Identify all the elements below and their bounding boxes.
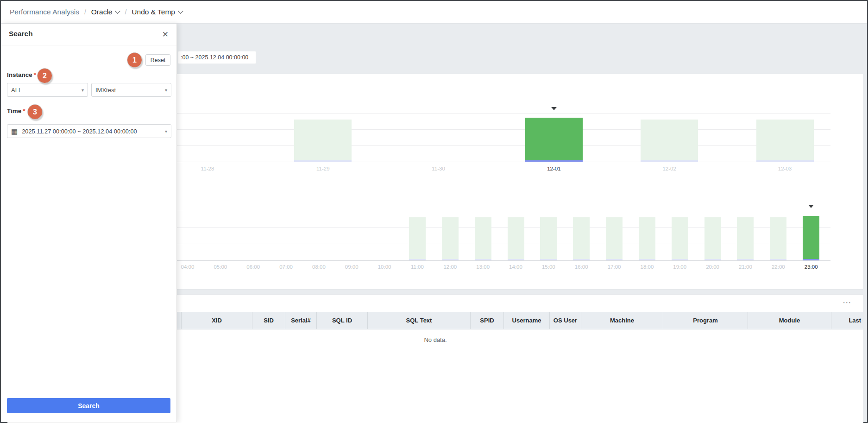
- table-header-cell-machine[interactable]: Machine: [581, 312, 663, 329]
- x-tick-label-09:00: 09:00: [335, 264, 368, 270]
- x-tick-label-23:00: 23:00: [795, 264, 827, 270]
- bar-sub-segment: [641, 160, 698, 162]
- x-axis-line: [161, 162, 830, 162]
- bar-sub-segment: [704, 259, 721, 260]
- table-header-cell-program[interactable]: Program: [663, 312, 748, 329]
- bar-14:00[interactable]: [508, 217, 524, 260]
- bar-21:00[interactable]: [737, 217, 754, 260]
- time-field-label: Time*: [7, 107, 25, 114]
- bar-15:00[interactable]: [540, 217, 557, 260]
- bar-sub-segment: [737, 259, 754, 260]
- selection-marker-icon: [808, 205, 814, 208]
- gridline: [161, 145, 830, 146]
- selection-marker-icon: [551, 107, 557, 110]
- bar-sub-segment: [639, 259, 655, 260]
- gridline: [161, 113, 830, 114]
- bar-sub-segment: [409, 259, 426, 260]
- table-header-cell-username[interactable]: Username: [504, 312, 550, 329]
- table-header-cell-os-user[interactable]: OS User: [550, 312, 581, 329]
- annotation-badge-2: 2: [37, 68, 52, 83]
- gridline: [161, 244, 830, 244]
- gridline: [161, 211, 830, 211]
- chart-card: 11-2811-2911-3012-0112-0212-03 04:0005:0…: [154, 74, 863, 290]
- time-range-picker[interactable]: ▦ 2025.11.27 00:00:00 ~ 2025.12.04 00:00…: [7, 124, 171, 138]
- bar-12:00[interactable]: [442, 217, 459, 260]
- bar-19:00[interactable]: [672, 217, 688, 260]
- table-header-cell-sid[interactable]: SID: [252, 312, 285, 329]
- bar-sub-segment: [442, 259, 459, 260]
- annotation-badge-1: 1: [127, 52, 142, 68]
- caret-down-icon: ▾: [165, 129, 167, 134]
- required-asterisk: *: [23, 107, 25, 114]
- time-range-field-partial[interactable]: :00 ~ 2025.12.04 00:00:00: [178, 51, 256, 64]
- bar-sub-segment: [475, 259, 491, 260]
- table-header-cell-sql-id[interactable]: SQL ID: [317, 312, 368, 329]
- bar-22:00[interactable]: [770, 217, 786, 260]
- table-header-cell-serial-[interactable]: Serial#: [285, 312, 317, 329]
- instance-select[interactable]: IMXtest ▾: [91, 83, 171, 97]
- table-header-cell-sql-text[interactable]: SQL Text: [368, 312, 471, 329]
- reset-button[interactable]: Reset: [145, 54, 170, 66]
- bar-12-03[interactable]: [756, 120, 814, 162]
- x-axis-line: [161, 260, 830, 261]
- table-header-cell-module[interactable]: Module: [748, 312, 831, 329]
- x-tick-label-07:00: 07:00: [270, 264, 302, 270]
- instance-label-text: Instance: [7, 71, 32, 78]
- selected-bar-12-01[interactable]: [525, 118, 583, 162]
- x-tick-label-11-29: 11-29: [307, 166, 339, 171]
- x-tick-label-12-03: 12-03: [769, 166, 801, 171]
- x-tick-label-14:00: 14:00: [500, 264, 532, 270]
- x-tick-label-11-30: 11-30: [422, 166, 455, 171]
- gridline: [161, 129, 830, 130]
- caret-down-icon: ▾: [165, 88, 167, 93]
- bar-sub-segment: [672, 259, 688, 260]
- x-tick-label-08:00: 08:00: [302, 264, 335, 270]
- instance-group-select[interactable]: ALL ▾: [7, 83, 88, 97]
- instance-group-value: ALL: [11, 87, 22, 94]
- search-button[interactable]: Search: [7, 398, 170, 413]
- breadcrumb-performance-analysis[interactable]: Performance Analysis: [10, 8, 79, 16]
- bar-sub-segment: [508, 259, 524, 260]
- breadcrumb-oracle-dropdown[interactable]: Oracle: [91, 8, 120, 16]
- close-icon[interactable]: ✕: [160, 29, 171, 40]
- breadcrumb-label: Undo & Temp: [132, 8, 175, 16]
- app-window: :00 ~ 2025.12.04 00:00:00 11-2811-2911-3…: [0, 0, 868, 423]
- caret-down-icon: ▾: [82, 88, 84, 93]
- x-tick-label-17:00: 17:00: [598, 264, 630, 270]
- x-tick-label-12-01: 12-01: [538, 166, 570, 171]
- x-tick-label-19:00: 19:00: [664, 264, 696, 270]
- time-range-field-text: :00 ~ 2025.12.04 00:00:00: [181, 54, 248, 61]
- bar-12-02[interactable]: [641, 120, 698, 162]
- bar-11-29[interactable]: [294, 120, 352, 162]
- bar-16:00[interactable]: [573, 217, 590, 260]
- table-header-cell-xid[interactable]: XID: [182, 312, 252, 329]
- breadcrumb: Performance Analysis / Oracle / Undo & T…: [10, 8, 182, 16]
- annotation-badge-3: 3: [27, 104, 43, 120]
- app-header: Performance Analysis / Oracle / Undo & T…: [1, 1, 867, 24]
- bar-11:00[interactable]: [409, 217, 426, 260]
- breadcrumb-separator: /: [120, 8, 132, 16]
- breadcrumb-undo-temp-dropdown[interactable]: Undo & Temp: [132, 8, 182, 16]
- selected-bar-23:00[interactable]: [803, 216, 819, 260]
- bar-20:00[interactable]: [704, 217, 721, 260]
- time-label-text: Time: [7, 107, 21, 114]
- required-asterisk: *: [34, 71, 36, 78]
- bar-18:00[interactable]: [639, 217, 655, 260]
- x-tick-label-11:00: 11:00: [401, 264, 434, 270]
- breadcrumb-separator: /: [79, 8, 91, 16]
- calendar-icon: ▦: [11, 128, 18, 135]
- table-header-cell-last-call[interactable]: Last Call: [831, 312, 863, 329]
- x-tick-label-13:00: 13:00: [467, 264, 499, 270]
- table-header-cell-spid[interactable]: SPID: [471, 312, 504, 329]
- search-panel-title: Search: [9, 30, 33, 38]
- bar-17:00[interactable]: [606, 217, 623, 260]
- bar-sub-segment: [540, 259, 557, 260]
- bar-sub-segment: [606, 259, 623, 260]
- bar-13:00[interactable]: [475, 217, 491, 260]
- more-options-icon[interactable]: ⋯: [843, 298, 852, 307]
- search-panel: Search ✕ Reset 1 Instance* 2 ALL ▾ IMXte…: [1, 24, 177, 422]
- x-tick-label-22:00: 22:00: [762, 264, 794, 270]
- x-tick-label-12-02: 12-02: [653, 166, 686, 171]
- breadcrumb-label: Oracle: [91, 8, 113, 16]
- x-tick-label-10:00: 10:00: [368, 264, 401, 270]
